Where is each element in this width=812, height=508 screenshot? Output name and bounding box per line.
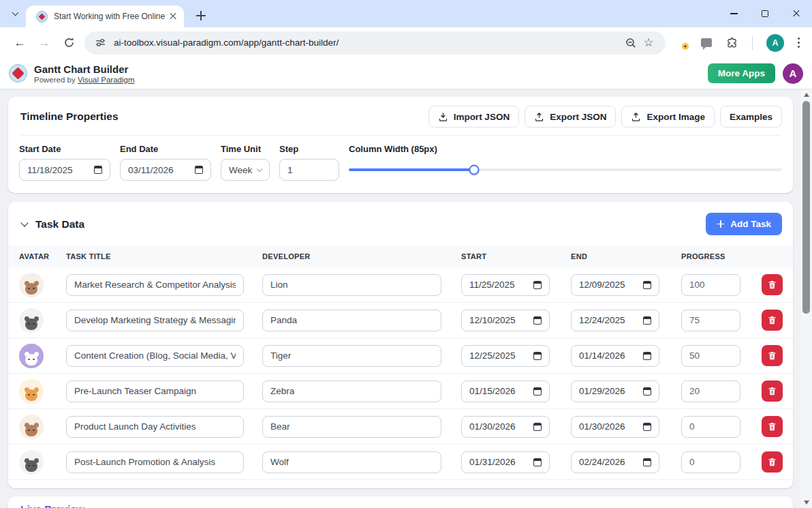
examples-button[interactable]: Examples <box>720 106 782 128</box>
column-header-progress: PROGRESS <box>681 252 762 260</box>
task-title-input[interactable] <box>66 345 244 367</box>
task-title-input[interactable] <box>66 380 244 402</box>
back-button[interactable]: ← <box>10 33 30 53</box>
extensions-puzzle-icon[interactable] <box>725 36 738 49</box>
start-date-input[interactable]: 11/25/2025 <box>461 274 550 296</box>
browser-profile-avatar[interactable]: A <box>766 34 784 52</box>
start-date-input[interactable]: 12/25/2025 <box>461 345 550 367</box>
end-date-input[interactable]: 12/24/2025 <box>571 310 659 331</box>
column-width-slider[interactable] <box>349 168 782 171</box>
forward-button[interactable]: → <box>34 33 54 53</box>
export-image-button[interactable]: Export Image <box>621 106 715 128</box>
trash-icon <box>767 421 777 432</box>
task-avatar[interactable] <box>19 273 44 297</box>
start-date-input[interactable]: 01/31/2026 <box>461 451 550 473</box>
start-date-input[interactable]: 01/30/2026 <box>461 416 550 438</box>
progress-input[interactable] <box>681 310 740 331</box>
site-settings-icon[interactable] <box>91 34 109 52</box>
collapse-chevron-icon[interactable] <box>20 219 28 226</box>
time-unit-select[interactable]: Week <box>221 159 270 181</box>
zoom-out-icon[interactable] <box>622 34 640 52</box>
end-date-input[interactable]: 01/29/2026 <box>571 380 659 402</box>
start-date-input[interactable]: 12/10/2025 <box>461 310 550 331</box>
start-date-input[interactable]: 11/18/2025 <box>19 159 110 181</box>
task-avatar[interactable] <box>19 344 44 368</box>
end-date-input[interactable]: 02/24/2026 <box>571 451 659 473</box>
scroll-down-arrow[interactable] <box>804 500 809 505</box>
progress-input[interactable] <box>681 345 740 367</box>
browser-tab[interactable]: Start Working with Free Online <box>26 5 184 27</box>
close-button[interactable] <box>781 0 812 27</box>
start-date-input[interactable]: 01/15/2026 <box>461 380 550 402</box>
task-title-input[interactable] <box>66 274 244 296</box>
live-preview-card: Live Preview <box>8 496 793 508</box>
minimize-button[interactable] <box>718 0 749 27</box>
delete-task-button[interactable] <box>762 380 783 402</box>
end-date-label: End Date <box>120 144 211 154</box>
progress-input[interactable] <box>681 380 740 402</box>
progress-input[interactable] <box>681 451 740 473</box>
delete-task-button[interactable] <box>762 345 783 366</box>
developer-input[interactable] <box>262 451 441 473</box>
task-title-input[interactable] <box>66 451 244 473</box>
slider-thumb[interactable] <box>469 165 480 175</box>
step-input[interactable] <box>279 159 339 181</box>
more-apps-button[interactable]: More Apps <box>708 63 775 83</box>
tab-search-button[interactable] <box>6 5 24 23</box>
task-title-input[interactable] <box>66 416 244 438</box>
download-icon <box>438 112 448 122</box>
maximize-button[interactable] <box>749 0 781 27</box>
delete-task-button[interactable] <box>762 451 783 473</box>
progress-input[interactable] <box>681 274 740 296</box>
calendar-icon <box>533 316 542 325</box>
reload-button[interactable] <box>59 33 79 53</box>
visual-paradigm-link[interactable]: Visual Paradigm <box>78 76 135 84</box>
task-data-card: Task Data Add Task AVATAR TASK TITLE DEV… <box>8 202 793 488</box>
developer-input[interactable] <box>262 310 441 331</box>
developer-input[interactable] <box>262 380 441 402</box>
scroll-up-arrow[interactable] <box>804 93 809 97</box>
column-header-end: END <box>571 252 681 260</box>
calendar-icon <box>643 281 651 289</box>
task-avatar[interactable] <box>19 450 44 475</box>
task-title-input[interactable] <box>66 310 244 331</box>
end-date-input[interactable]: 01/30/2026 <box>571 416 659 438</box>
table-row: 01/31/2026 02/24/2026 <box>8 445 793 480</box>
delete-task-button[interactable] <box>762 416 783 437</box>
scrollbar-thumb[interactable] <box>802 101 810 314</box>
browser-menu-icon[interactable] <box>798 38 800 47</box>
calendar-icon <box>533 458 542 466</box>
url-bar[interactable]: ai-toolbox.visual-paradigm.com/app/gantt… <box>84 31 666 55</box>
url-text: ai-toolbox.visual-paradigm.com/app/gantt… <box>114 38 622 48</box>
delete-task-button[interactable] <box>762 274 783 295</box>
start-date-field: Start Date 11/18/2025 <box>19 144 110 181</box>
end-date-input[interactable]: 01/14/2026 <box>571 345 659 367</box>
task-avatar[interactable] <box>19 415 44 439</box>
developer-input[interactable] <box>262 416 441 438</box>
end-date-input[interactable]: 12/09/2025 <box>571 274 659 296</box>
bookmark-star-icon[interactable]: ☆ <box>640 34 657 52</box>
calendar-icon <box>533 423 542 431</box>
developer-input[interactable] <box>262 274 441 296</box>
tab-close-icon[interactable] <box>168 11 178 22</box>
delete-task-button[interactable] <box>762 310 783 331</box>
browser-toolbar: ← → ai-toolbox.visual-paradigm.com/app/g… <box>0 27 812 58</box>
live-preview-title: Live Preview <box>8 496 793 508</box>
trash-icon <box>767 457 777 467</box>
comment-bubble-icon[interactable] <box>701 38 712 47</box>
task-avatar[interactable] <box>19 379 44 404</box>
add-task-button[interactable]: Add Task <box>706 213 782 235</box>
calendar-icon <box>643 316 651 325</box>
timeline-properties-title: Timeline Properties <box>20 110 119 123</box>
progress-input[interactable] <box>681 416 740 438</box>
import-json-button[interactable]: Import JSON <box>428 106 520 128</box>
extension-doc-icon[interactable] <box>676 36 687 49</box>
end-date-input[interactable]: 03/11/2026 <box>120 159 211 181</box>
page-scrollbar[interactable] <box>800 89 812 508</box>
user-avatar[interactable]: A <box>783 63 803 84</box>
new-tab-button[interactable] <box>191 5 211 26</box>
developer-input[interactable] <box>262 345 441 367</box>
minimize-icon <box>730 13 738 14</box>
task-avatar[interactable] <box>19 308 44 333</box>
export-json-button[interactable]: Export JSON <box>525 106 616 128</box>
